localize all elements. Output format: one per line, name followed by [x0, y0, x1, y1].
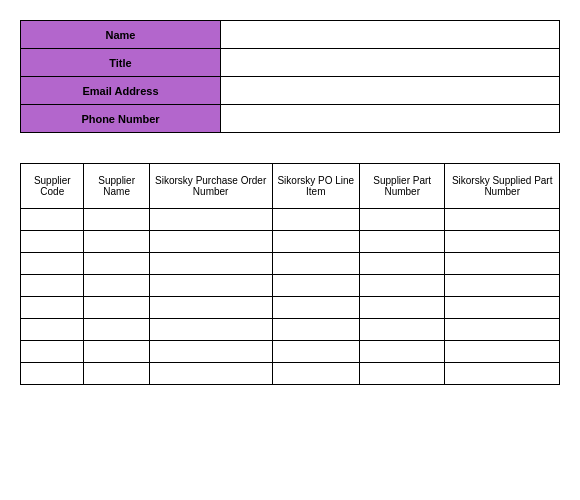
table-cell[interactable]: [149, 319, 272, 341]
table-cell[interactable]: [149, 209, 272, 231]
table-cell[interactable]: [21, 319, 84, 341]
table-cell[interactable]: [149, 341, 272, 363]
table-cell[interactable]: [360, 319, 445, 341]
info-label-name: Name: [21, 21, 221, 49]
table-row: [21, 341, 560, 363]
table-cell[interactable]: [445, 297, 560, 319]
table-cell[interactable]: [272, 209, 360, 231]
table-cell[interactable]: [149, 363, 272, 385]
info-value-name[interactable]: [221, 21, 560, 49]
table-cell[interactable]: [445, 253, 560, 275]
table-cell[interactable]: [445, 231, 560, 253]
table-cell[interactable]: [21, 231, 84, 253]
col-header-supplier-code: Supplier Code: [21, 164, 84, 209]
info-label-title: Title: [21, 49, 221, 77]
col-header-po-line: Sikorsky PO Line Item: [272, 164, 360, 209]
info-value-phone-number[interactable]: [221, 105, 560, 133]
table-row: [21, 275, 560, 297]
table-cell[interactable]: [360, 297, 445, 319]
info-form-row: Email Address: [21, 77, 560, 105]
table-cell[interactable]: [84, 253, 149, 275]
table-cell[interactable]: [360, 253, 445, 275]
col-header-supplier-name: Supplier Name: [84, 164, 149, 209]
table-cell[interactable]: [84, 297, 149, 319]
table-row: [21, 363, 560, 385]
info-value-title[interactable]: [221, 49, 560, 77]
table-cell[interactable]: [21, 363, 84, 385]
table-cell[interactable]: [84, 209, 149, 231]
table-cell[interactable]: [272, 363, 360, 385]
table-cell[interactable]: [21, 297, 84, 319]
col-header-po-number: Sikorsky Purchase Order Number: [149, 164, 272, 209]
table-cell[interactable]: [360, 341, 445, 363]
table-cell[interactable]: [21, 341, 84, 363]
table-cell[interactable]: [360, 363, 445, 385]
table-cell[interactable]: [84, 319, 149, 341]
table-cell[interactable]: [84, 363, 149, 385]
col-header-supplier-part: Supplier Part Number: [360, 164, 445, 209]
table-cell[interactable]: [360, 231, 445, 253]
table-row: [21, 209, 560, 231]
table-cell[interactable]: [149, 297, 272, 319]
table-cell[interactable]: [272, 319, 360, 341]
page-container: NameTitleEmail AddressPhone Number Suppl…: [0, 0, 580, 500]
table-cell[interactable]: [21, 275, 84, 297]
info-form-row: Name: [21, 21, 560, 49]
info-label-phone-number: Phone Number: [21, 105, 221, 133]
info-form-row: Title: [21, 49, 560, 77]
data-table: Supplier CodeSupplier NameSikorsky Purch…: [20, 163, 560, 385]
table-cell[interactable]: [272, 253, 360, 275]
col-header-sikorsky-part: Sikorsky Supplied Part Number: [445, 164, 560, 209]
table-cell[interactable]: [84, 275, 149, 297]
table-cell[interactable]: [21, 209, 84, 231]
table-row: [21, 231, 560, 253]
table-row: [21, 297, 560, 319]
table-cell[interactable]: [84, 231, 149, 253]
table-cell[interactable]: [272, 341, 360, 363]
table-cell[interactable]: [445, 341, 560, 363]
table-cell[interactable]: [445, 319, 560, 341]
table-cell[interactable]: [445, 275, 560, 297]
table-cell[interactable]: [272, 297, 360, 319]
table-cell[interactable]: [149, 275, 272, 297]
table-cell[interactable]: [149, 231, 272, 253]
table-cell[interactable]: [272, 231, 360, 253]
table-cell[interactable]: [445, 363, 560, 385]
table-cell[interactable]: [360, 209, 445, 231]
table-cell[interactable]: [84, 341, 149, 363]
info-form-table: NameTitleEmail AddressPhone Number: [20, 20, 560, 133]
table-cell[interactable]: [272, 275, 360, 297]
table-cell[interactable]: [21, 253, 84, 275]
table-row: [21, 319, 560, 341]
table-cell[interactable]: [149, 253, 272, 275]
info-form-row: Phone Number: [21, 105, 560, 133]
table-cell[interactable]: [360, 275, 445, 297]
info-value-email-address[interactable]: [221, 77, 560, 105]
table-cell[interactable]: [445, 209, 560, 231]
table-row: [21, 253, 560, 275]
info-label-email-address: Email Address: [21, 77, 221, 105]
